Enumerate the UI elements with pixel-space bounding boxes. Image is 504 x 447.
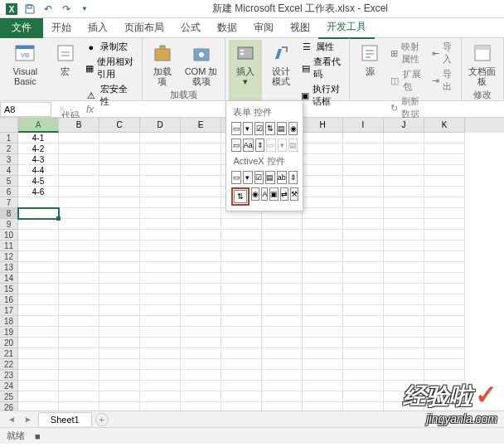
cell-A17[interactable] <box>18 305 59 316</box>
cell-F16[interactable] <box>221 294 262 305</box>
cell-H15[interactable] <box>303 284 343 294</box>
cell-D4[interactable] <box>140 165 181 176</box>
cell-G15[interactable] <box>262 284 303 294</box>
import-button[interactable]: ⇤ 导入 <box>430 40 458 66</box>
cell-I3[interactable] <box>343 154 384 165</box>
cell-K13[interactable] <box>424 262 465 273</box>
cell-F18[interactable] <box>221 316 262 327</box>
cell-H9[interactable] <box>303 219 343 230</box>
cell-D3[interactable] <box>140 154 181 165</box>
cell-E26[interactable] <box>181 402 221 411</box>
cell-K5[interactable] <box>424 176 465 187</box>
cell-I19[interactable] <box>343 327 384 338</box>
cell-H22[interactable] <box>303 359 343 370</box>
cell-A1[interactable]: 4-1 <box>18 133 59 143</box>
row-head-2[interactable]: 2 <box>0 143 18 154</box>
cell-K14[interactable] <box>424 273 465 284</box>
cell-G20[interactable] <box>262 338 303 348</box>
cell-J12[interactable] <box>384 251 424 262</box>
cell-J19[interactable] <box>384 327 424 338</box>
row-head-1[interactable]: 1 <box>0 133 18 143</box>
cell-E13[interactable] <box>181 262 221 273</box>
tab-data[interactable]: 数据 <box>209 17 245 38</box>
cell-F22[interactable] <box>221 359 262 370</box>
cell-D16[interactable] <box>140 294 181 305</box>
cell-H21[interactable] <box>303 348 343 359</box>
cell-C25[interactable] <box>99 391 140 402</box>
cell-F10[interactable] <box>221 230 262 241</box>
cell-A25[interactable] <box>18 391 59 402</box>
cell-D10[interactable] <box>140 230 181 241</box>
row-head-10[interactable]: 10 <box>0 230 18 241</box>
cell-D9[interactable] <box>140 219 181 230</box>
cell-F19[interactable] <box>221 327 262 338</box>
ax-spinbutton-icon[interactable]: ⇅ <box>234 190 247 203</box>
cell-J2[interactable] <box>384 143 424 154</box>
cell-F23[interactable] <box>221 370 262 381</box>
cell-B6[interactable] <box>59 187 99 197</box>
cell-G17[interactable] <box>262 305 303 316</box>
cell-C14[interactable] <box>99 273 140 284</box>
cell-H13[interactable] <box>303 262 343 273</box>
cell-B15[interactable] <box>59 284 99 294</box>
row-head-23[interactable]: 23 <box>0 370 18 381</box>
cell-C20[interactable] <box>99 338 140 348</box>
cell-C5[interactable] <box>99 176 140 187</box>
cell-K19[interactable] <box>424 327 465 338</box>
addins-button[interactable]: 加载项 <box>146 40 179 88</box>
cell-D25[interactable] <box>140 391 181 402</box>
cell-E25[interactable] <box>181 391 221 402</box>
cell-D19[interactable] <box>140 327 181 338</box>
cell-H16[interactable] <box>303 294 343 305</box>
cell-G14[interactable] <box>262 273 303 284</box>
macro-security-button[interactable]: ⚠ 宏安全性 <box>84 82 138 109</box>
cell-H18[interactable] <box>303 316 343 327</box>
cell-B5[interactable] <box>59 176 99 187</box>
cell-J10[interactable] <box>384 230 424 241</box>
tab-file[interactable]: 文件 <box>0 18 43 38</box>
cell-F25[interactable] <box>221 391 262 402</box>
cell-B23[interactable] <box>59 370 99 381</box>
cell-A8[interactable] <box>18 208 59 219</box>
tab-page-layout[interactable]: 页面布局 <box>116 17 172 38</box>
cell-I10[interactable] <box>343 230 384 241</box>
cell-K7[interactable] <box>424 197 465 208</box>
col-head-K[interactable]: K <box>424 118 465 133</box>
cell-D7[interactable] <box>140 197 181 208</box>
row-head-7[interactable]: 7 <box>0 197 18 208</box>
cell-C16[interactable] <box>99 294 140 305</box>
row-head-6[interactable]: 6 <box>0 187 18 197</box>
cell-E9[interactable] <box>181 219 221 230</box>
com-addins-button[interactable]: COM 加载项 <box>181 40 222 88</box>
cell-B26[interactable] <box>59 402 99 411</box>
cell-E12[interactable] <box>181 251 221 262</box>
cell-K16[interactable] <box>424 294 465 305</box>
cell-K10[interactable] <box>424 230 465 241</box>
cell-D18[interactable] <box>140 316 181 327</box>
cell-B11[interactable] <box>59 241 99 251</box>
form-combobox-icon[interactable]: ▾ <box>243 122 253 135</box>
row-head-15[interactable]: 15 <box>0 284 18 294</box>
tab-formulas[interactable]: 公式 <box>172 17 209 38</box>
row-head-17[interactable]: 17 <box>0 305 18 316</box>
row-head-9[interactable]: 9 <box>0 219 18 230</box>
row-head-20[interactable]: 20 <box>0 338 18 348</box>
cell-H19[interactable] <box>303 327 343 338</box>
cell-I18[interactable] <box>343 316 384 327</box>
source-button[interactable]: 源 <box>353 40 386 121</box>
col-head-B[interactable]: B <box>59 118 99 133</box>
cell-E18[interactable] <box>181 316 221 327</box>
sheet-nav-prev-icon[interactable]: ◄ <box>5 415 18 424</box>
cell-A19[interactable] <box>18 327 59 338</box>
cell-G10[interactable] <box>262 230 303 241</box>
cell-I22[interactable] <box>343 359 384 370</box>
cell-H3[interactable] <box>303 154 343 165</box>
cell-G9[interactable] <box>262 219 303 230</box>
cell-K17[interactable] <box>424 305 465 316</box>
cell-A18[interactable] <box>18 316 59 327</box>
cell-J7[interactable] <box>384 197 424 208</box>
cell-J1[interactable] <box>384 133 424 143</box>
cell-D26[interactable] <box>140 402 181 411</box>
form-option-icon[interactable]: ◉ <box>288 122 298 135</box>
cell-J9[interactable] <box>384 219 424 230</box>
